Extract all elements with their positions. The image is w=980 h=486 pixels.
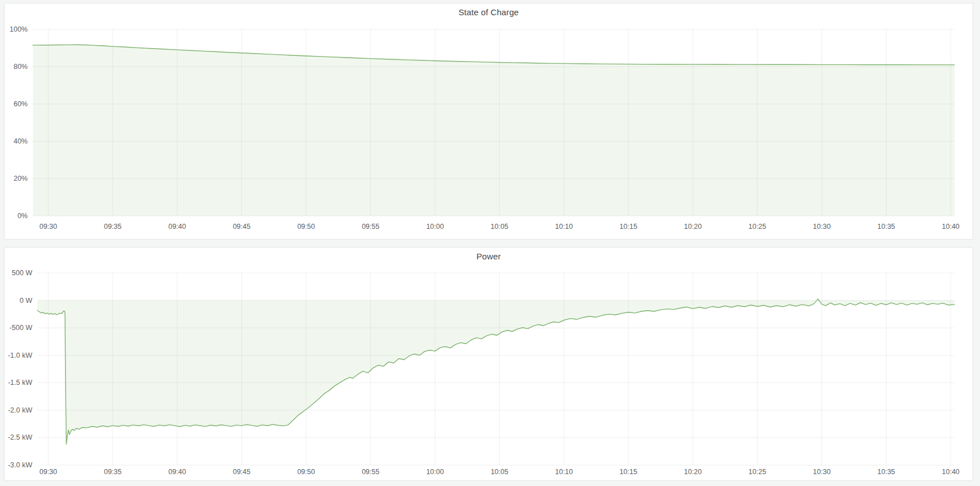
svg-text:10:15: 10:15 [620, 223, 637, 231]
svg-text:40%: 40% [14, 137, 28, 145]
svg-text:09:45: 09:45 [233, 468, 251, 476]
svg-text:10:15: 10:15 [620, 468, 637, 476]
svg-text:09:30: 09:30 [40, 223, 57, 231]
x-axis-tick-labels: 09:3009:3509:4009:4509:5009:5510:0010:05… [40, 468, 960, 476]
svg-text:-3.0 kW: -3.0 kW [8, 461, 32, 469]
svg-text:10:00: 10:00 [426, 223, 444, 231]
svg-text:10:10: 10:10 [555, 468, 573, 476]
svg-text:09:40: 09:40 [169, 468, 186, 476]
svg-text:09:50: 09:50 [297, 223, 315, 231]
svg-text:09:45: 09:45 [233, 223, 251, 231]
svg-text:0%: 0% [18, 212, 28, 220]
svg-text:09:35: 09:35 [104, 468, 122, 476]
svg-text:-500 W: -500 W [10, 324, 32, 332]
svg-text:80%: 80% [14, 63, 28, 71]
svg-text:10:20: 10:20 [684, 223, 702, 231]
series-area-fill [37, 299, 955, 444]
svg-text:09:35: 09:35 [104, 223, 122, 231]
svg-text:10:20: 10:20 [684, 468, 702, 476]
svg-text:100%: 100% [10, 25, 28, 33]
svg-text:-2.5 kW: -2.5 kW [8, 433, 32, 441]
y-axis-tick-labels: 0%20%40%60%80%100% [10, 25, 28, 220]
power-chart-canvas[interactable]: 09:3009:3509:4009:4509:5009:5510:0010:05… [5, 248, 973, 480]
panel-power: Power 09:3009:3509:4009:4509:5009:5510:0… [4, 247, 973, 481]
svg-text:10:30: 10:30 [813, 223, 831, 231]
svg-text:10:40: 10:40 [942, 223, 960, 231]
svg-text:-2.0 kW: -2.0 kW [8, 406, 32, 414]
svg-text:10:05: 10:05 [491, 468, 508, 476]
svg-text:09:55: 09:55 [362, 468, 379, 476]
svg-text:10:35: 10:35 [878, 468, 895, 476]
state-of-charge-chart-canvas[interactable]: 09:3009:3509:4009:4509:5009:5510:0010:05… [5, 3, 973, 239]
panel-state-of-charge: State of Charge 09:3009:3509:4009:4509:5… [4, 3, 973, 240]
svg-text:-1.5 kW: -1.5 kW [8, 379, 32, 387]
svg-text:60%: 60% [14, 100, 28, 108]
svg-text:10:25: 10:25 [749, 468, 766, 476]
svg-text:10:05: 10:05 [491, 223, 508, 231]
svg-text:09:50: 09:50 [297, 468, 315, 476]
svg-text:10:00: 10:00 [426, 468, 444, 476]
svg-text:10:10: 10:10 [555, 223, 573, 231]
x-axis-tick-labels: 09:3009:3509:4009:4509:5009:5510:0010:05… [40, 223, 960, 231]
svg-text:09:40: 09:40 [169, 223, 186, 231]
svg-text:10:35: 10:35 [878, 223, 895, 231]
y-axis-tick-labels: 500 W0 W-500 W-1.0 kW-1.5 kW-2.0 kW-2.5 … [8, 269, 32, 469]
svg-text:20%: 20% [14, 175, 28, 183]
svg-text:10:25: 10:25 [749, 223, 766, 231]
svg-text:0 W: 0 W [20, 297, 32, 305]
svg-text:10:40: 10:40 [942, 468, 960, 476]
svg-text:-1.0 kW: -1.0 kW [8, 352, 32, 359]
series-area-fill [33, 45, 955, 216]
svg-text:09:55: 09:55 [362, 223, 379, 231]
svg-text:10:30: 10:30 [813, 468, 831, 476]
svg-text:500 W: 500 W [12, 269, 32, 277]
svg-text:09:30: 09:30 [40, 468, 57, 476]
